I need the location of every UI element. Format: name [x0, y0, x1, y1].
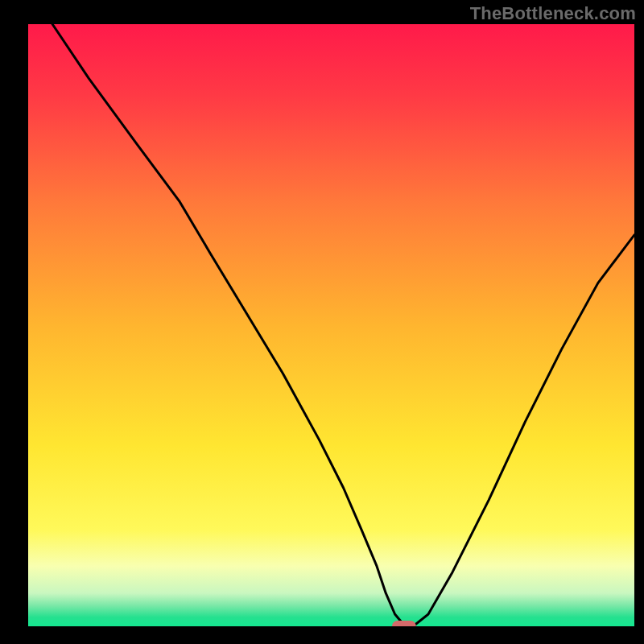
bottleneck-chart — [0, 0, 644, 644]
attribution-text: TheBottleneck.com — [470, 3, 636, 24]
svg-rect-3 — [0, 0, 28, 644]
svg-rect-4 — [634, 0, 644, 644]
gradient-background — [28, 24, 634, 626]
svg-rect-2 — [0, 626, 644, 644]
